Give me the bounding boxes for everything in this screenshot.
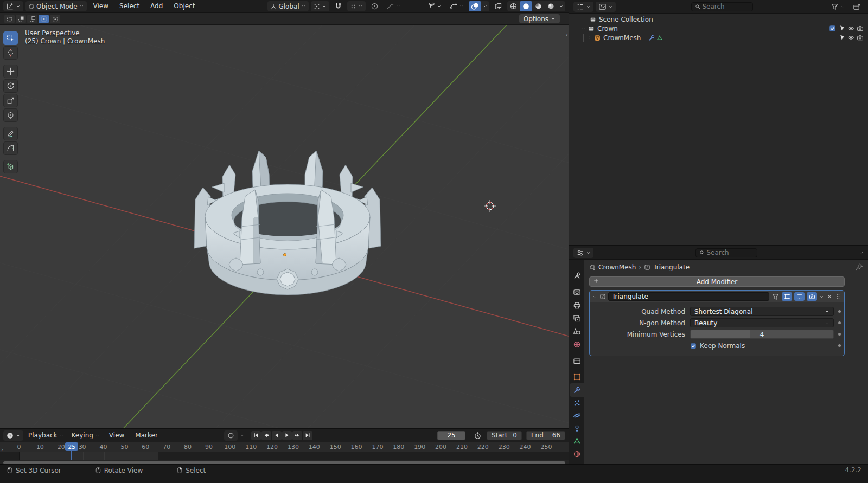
selectable-pointer-icon[interactable]	[838, 34, 845, 41]
proportional-editing-toggle[interactable]	[368, 1, 381, 11]
menu-keying[interactable]: Keying	[69, 430, 103, 441]
outliner-editor-type-button[interactable]	[573, 2, 593, 12]
tab-material[interactable]	[570, 447, 584, 461]
tr-nextkey-button[interactable]	[292, 431, 302, 440]
tab-render[interactable]	[570, 285, 584, 299]
menu-playback[interactable]: Playback	[25, 430, 67, 441]
expand-chevron-icon[interactable]	[581, 26, 586, 31]
frame-start-field[interactable]: Start 0	[487, 431, 522, 440]
tr-end-button[interactable]	[303, 431, 312, 440]
timeline-band[interactable]	[0, 452, 569, 460]
selmode-new-button[interactable]	[4, 15, 15, 23]
options-dropdown[interactable]: Options	[519, 14, 560, 23]
keep-normals-checkbox[interactable]	[690, 343, 697, 349]
outliner-filter-dropdown[interactable]	[828, 2, 848, 12]
properties-search-input[interactable]	[707, 249, 754, 256]
add-modifier-button[interactable]: Add Modifier	[589, 276, 845, 287]
tr-start-button[interactable]	[251, 431, 261, 440]
collapsed-chevron-icon[interactable]	[587, 35, 592, 40]
shading-wireframe-button[interactable]	[507, 1, 520, 11]
tab-modifiers[interactable]	[570, 383, 584, 397]
shading-material-button[interactable]	[532, 1, 545, 11]
animate-dot[interactable]	[838, 333, 841, 336]
drag-handle-icon[interactable]	[835, 293, 841, 300]
shading-solid-button[interactable]	[520, 1, 532, 11]
transform-orientation-dropdown[interactable]: Global	[267, 1, 308, 11]
menu-object[interactable]: Object	[169, 1, 199, 11]
mode-dropdown[interactable]: Object Mode	[25, 1, 87, 11]
hide-eye-icon[interactable]	[847, 25, 854, 32]
auto-keying-toggle[interactable]	[224, 430, 238, 441]
pin-icon[interactable]	[855, 263, 863, 271]
menu-marker[interactable]: Marker	[131, 430, 162, 441]
tool-scale-button[interactable]	[3, 94, 18, 107]
tab-world[interactable]	[570, 338, 584, 351]
outliner-row-scene-collection[interactable]: Scene Collection	[569, 15, 868, 24]
realtime-display-toggle[interactable]	[794, 292, 805, 301]
selmode-intersect-button[interactable]	[50, 15, 60, 23]
delete-modifier-icon[interactable]	[826, 293, 833, 300]
new-collection-button[interactable]	[850, 2, 864, 12]
3d-viewport[interactable]: User Perspective (25) Crown | CrownMesh …	[0, 25, 569, 428]
overlays-toggle[interactable]	[469, 1, 481, 11]
tab-object[interactable]	[570, 370, 584, 384]
properties-search[interactable]	[695, 248, 757, 257]
selmode-subtract-button[interactable]	[27, 15, 37, 23]
animate-dot[interactable]	[838, 310, 841, 313]
modifier-wrench-icon[interactable]	[648, 35, 655, 41]
pivot-point-dropdown[interactable]	[311, 1, 329, 11]
snap-target-dropdown[interactable]	[347, 1, 366, 11]
timeline-editor-type-button[interactable]	[3, 430, 23, 441]
outliner-search-input[interactable]	[703, 3, 749, 10]
tool-select-box-button[interactable]	[3, 31, 18, 45]
render-display-toggle[interactable]	[807, 292, 817, 301]
hide-eye-icon[interactable]	[847, 34, 854, 41]
timeline-ruler[interactable]: 0102030405060708090100110120130140150160…	[0, 442, 569, 452]
tab-particles[interactable]	[570, 396, 584, 410]
ngon-method-dropdown[interactable]: Beauty	[690, 318, 834, 327]
xray-toggle[interactable]	[492, 1, 505, 11]
modifier-extras-chevron-icon[interactable]	[819, 294, 824, 299]
tool-rotate-button[interactable]	[3, 79, 18, 93]
render-camera-icon[interactable]	[857, 25, 864, 32]
tab-output[interactable]	[570, 299, 584, 312]
tr-prevkey-button[interactable]	[261, 431, 271, 440]
editor-type-button[interactable]	[3, 1, 23, 11]
tab-object-data[interactable]	[570, 434, 584, 448]
selmode-invert-button[interactable]	[39, 15, 49, 23]
outliner-row-crownmesh[interactable]: CrownMesh	[569, 33, 868, 42]
tool-annotate-button[interactable]	[3, 127, 18, 140]
on-cage-toggle-icon[interactable]	[771, 293, 780, 301]
tool-transform-button[interactable]	[3, 108, 18, 122]
outliner-display-mode-button[interactable]	[596, 2, 616, 12]
modifier-name-field[interactable]	[608, 292, 769, 301]
selmode-extend-button[interactable]	[16, 15, 26, 23]
breadcrumb-modifier[interactable]: Triangulate	[653, 263, 690, 271]
sidebar-expand-arrow[interactable]: ‹	[566, 31, 568, 38]
editmode-display-toggle[interactable]	[782, 292, 792, 301]
menu-select[interactable]: Select	[115, 1, 144, 11]
tab-tool[interactable]	[570, 269, 584, 282]
falloff-dropdown[interactable]	[384, 1, 404, 11]
tab-collection[interactable]	[570, 354, 584, 368]
animate-dot[interactable]	[838, 344, 841, 347]
tool-cursor-button[interactable]	[3, 46, 18, 60]
snap-toggle[interactable]	[331, 1, 345, 11]
playhead[interactable]	[71, 450, 72, 460]
triangulate-modifier-icon[interactable]	[656, 35, 663, 41]
outliner-search[interactable]	[691, 2, 753, 11]
current-frame-badge[interactable]: 25	[65, 442, 78, 451]
menu-add[interactable]: Add	[146, 1, 167, 11]
tab-view-layer[interactable]	[570, 312, 584, 325]
tool-add-cube-button[interactable]	[3, 160, 18, 173]
gizmos-dropdown[interactable]	[446, 1, 467, 11]
breadcrumb-object[interactable]: CrownMesh	[598, 263, 636, 271]
quad-method-dropdown[interactable]: Shortest Diagonal	[690, 307, 834, 316]
tab-physics[interactable]	[570, 409, 584, 422]
frame-end-field[interactable]: End 66	[526, 431, 565, 440]
menu-timeline-view[interactable]: View	[105, 430, 129, 441]
tool-measure-button[interactable]	[3, 141, 18, 155]
outliner-row-crown[interactable]: Crown	[569, 24, 868, 33]
exclude-checkbox-icon[interactable]	[829, 25, 836, 32]
show-object-types-dropdown[interactable]	[424, 1, 444, 11]
